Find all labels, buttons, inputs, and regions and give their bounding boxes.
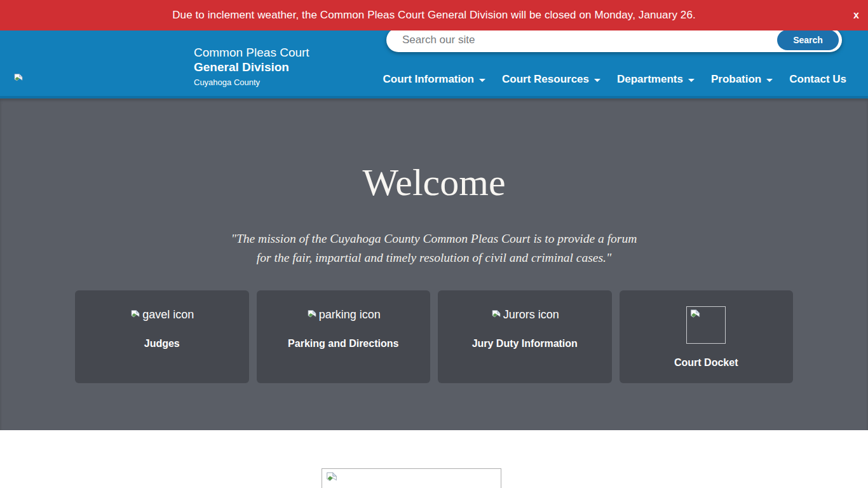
card-parking-label: Parking and Directions xyxy=(257,338,431,349)
nav-court-resources-label: Court Resources xyxy=(502,73,589,86)
page-footer xyxy=(0,430,868,488)
card-parking-directions[interactable]: parking icon Parking and Directions xyxy=(257,290,431,383)
brand-block[interactable]: Common Pleas Court General Division Cuya… xyxy=(194,45,309,88)
alert-message: Due to inclement weather, the Common Ple… xyxy=(172,9,696,22)
broken-image-icon xyxy=(491,309,502,321)
hero-section: Welcome "The mission of the Cuyahoga Cou… xyxy=(0,98,868,430)
mission-quote: "The mission of the Cuyahoga County Comm… xyxy=(0,229,868,268)
brand-line-2: General Division xyxy=(194,60,309,74)
mission-quote-line-2: for the fair, impartial and timely resol… xyxy=(0,248,868,268)
weather-alert-banner: Due to inclement weather, the Common Ple… xyxy=(0,0,868,30)
chevron-down-icon xyxy=(594,79,600,82)
nav-court-resources[interactable]: Court Resources xyxy=(502,73,600,86)
broken-image-icon xyxy=(306,309,318,321)
site-search-bar: Search xyxy=(386,28,842,52)
site-logo-broken-image-icon xyxy=(13,72,24,84)
close-icon[interactable]: x xyxy=(853,10,859,20)
broken-image-icon xyxy=(325,471,339,485)
card-judges[interactable]: gavel icon Judges xyxy=(75,290,249,383)
nav-contact-us-label: Contact Us xyxy=(789,73,846,86)
broken-image-icon xyxy=(689,309,702,322)
nav-probation[interactable]: Probation xyxy=(711,73,773,86)
brand-line-3: Cuyahoga County xyxy=(194,76,309,88)
page-title: Welcome xyxy=(0,98,868,203)
nav-court-information-label: Court Information xyxy=(383,73,474,86)
search-input[interactable] xyxy=(386,34,842,46)
nav-court-information[interactable]: Court Information xyxy=(383,73,485,86)
site-header: Common Pleas Court General Division Cuya… xyxy=(0,30,868,98)
card-jury-label: Jury Duty Information xyxy=(438,338,612,349)
card-docket-label: Court Docket xyxy=(620,357,794,369)
brand-line-1: Common Pleas Court xyxy=(194,45,309,60)
footer-broken-image-placeholder xyxy=(322,468,501,488)
broken-image-placeholder xyxy=(686,306,726,344)
chevron-down-icon xyxy=(688,79,695,82)
quick-links-row: gavel icon Judges parking icon Parking a… xyxy=(75,290,793,383)
card-judges-label: Judges xyxy=(75,338,249,349)
search-button[interactable]: Search xyxy=(777,30,839,50)
card-jury-alt-text: Jurors icon xyxy=(503,308,559,322)
card-jury-duty[interactable]: Jurors icon Jury Duty Information xyxy=(438,290,612,383)
chevron-down-icon xyxy=(766,79,773,82)
nav-departments-label: Departments xyxy=(617,73,683,86)
broken-image-icon xyxy=(130,309,141,321)
nav-contact-us[interactable]: Contact Us xyxy=(789,73,846,86)
card-court-docket[interactable]: Court Docket xyxy=(620,290,794,383)
card-parking-alt-text: parking icon xyxy=(319,308,381,322)
nav-departments[interactable]: Departments xyxy=(617,73,695,86)
card-judges-alt-text: gavel icon xyxy=(142,308,194,322)
nav-probation-label: Probation xyxy=(711,73,761,86)
main-navigation: Court Information Court Resources Depart… xyxy=(383,73,846,86)
mission-quote-line-1: "The mission of the Cuyahoga County Comm… xyxy=(0,229,868,248)
chevron-down-icon xyxy=(479,79,485,82)
